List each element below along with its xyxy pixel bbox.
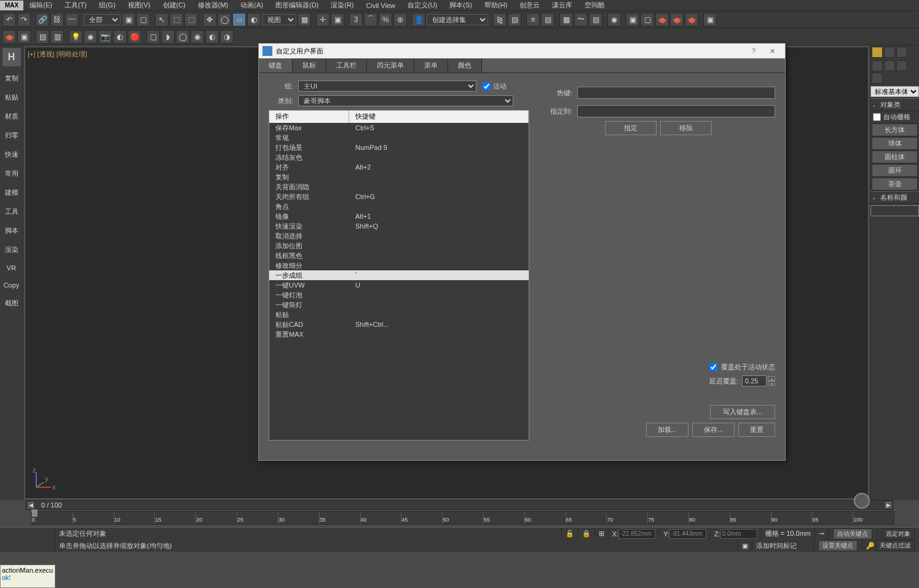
section-header-object-type[interactable]: -对象类 <box>870 98 919 111</box>
delay-input[interactable] <box>742 375 767 386</box>
sidebar-tools[interactable]: 工具 <box>0 202 23 221</box>
assign-button[interactable]: 指定 <box>605 121 657 135</box>
tool-icon[interactable]: ▣ <box>703 13 717 26</box>
menu-item[interactable]: 创建(C) <box>157 1 192 10</box>
motion-tab-icon[interactable] <box>872 73 883 84</box>
object-name-input[interactable] <box>870 205 919 216</box>
action-row[interactable]: 保存MaxCtrl+S <box>269 123 529 133</box>
tool-icon[interactable]: ◑ <box>220 30 234 44</box>
tool-icon[interactable]: ▣ <box>17 30 31 44</box>
tool-icon[interactable]: ◉ <box>191 30 204 44</box>
timeline[interactable]: 0510152025303540455055606570758085909510… <box>31 511 894 525</box>
tab-quad[interactable]: 四元菜单 <box>367 58 414 73</box>
sidebar-quick[interactable]: 快速 <box>0 145 23 164</box>
viewport-label[interactable]: [+] [透视] [明暗处理] <box>28 50 87 59</box>
sidebar-screenshot[interactable]: 截图 <box>0 294 23 313</box>
rotate-icon[interactable]: ◯ <box>218 13 231 26</box>
tool-icon[interactable]: ▤ <box>589 13 602 26</box>
sun-icon[interactable] <box>872 47 883 58</box>
selection-set-dropdown[interactable]: 创建选择集 <box>427 14 488 25</box>
menu-item[interactable]: 渲染(R) <box>325 1 360 10</box>
light-icon[interactable]: 💡 <box>69 30 82 44</box>
dialog-titlebar[interactable]: 自定义用户界面 ? ✕ <box>259 44 785 58</box>
tool-icon[interactable]: ✛ <box>316 13 329 26</box>
scroll-right-icon[interactable]: ▶ <box>884 501 893 509</box>
close-button[interactable]: ✕ <box>763 45 781 57</box>
load-button[interactable]: 加载... <box>646 423 688 437</box>
tool-icon[interactable]: ▦ <box>298 13 311 26</box>
sidebar-material[interactable]: 材质 <box>0 107 23 126</box>
menu-item[interactable]: 修改器(M) <box>192 1 235 10</box>
material-editor-icon[interactable]: ◉ <box>607 13 621 26</box>
action-row[interactable]: 线框黑色 <box>269 251 529 261</box>
sphere-button[interactable]: 球体 <box>872 137 918 150</box>
autogrid-checkbox[interactable] <box>873 113 881 121</box>
key-filter-button[interactable]: 关键点过滤 <box>875 540 915 551</box>
section-header-name-color[interactable]: -名称和颜 <box>870 191 919 204</box>
menu-item[interactable]: 组(G) <box>93 1 122 10</box>
tool-icon[interactable]: 👤 <box>412 13 425 26</box>
action-row[interactable]: 粘贴CADShift+Ctrl... <box>269 319 529 329</box>
menu-item[interactable]: 潇云库 <box>546 1 578 10</box>
tool-icon[interactable]: ▤ <box>541 13 554 26</box>
menu-item[interactable]: Civil View <box>360 2 401 9</box>
reset-button[interactable]: 重置 <box>738 423 775 437</box>
isolate-toggle-button[interactable] <box>854 493 870 509</box>
timeline-scrollbar[interactable]: ◀ 0 / 100 ▶ <box>26 500 893 510</box>
z-input[interactable] <box>720 529 757 539</box>
spinner-down-icon[interactable]: ▾ <box>768 381 775 386</box>
menu-item[interactable]: 图形编辑器(D) <box>269 1 325 10</box>
action-row[interactable]: 一键筒灯 <box>269 300 529 310</box>
teapot-icon[interactable]: 🫖 <box>685 13 698 26</box>
spinner-up-icon[interactable]: ▴ <box>768 376 775 381</box>
tool-icon[interactable]: ▤ <box>36 30 49 44</box>
tab-toolbar[interactable]: 工具栏 <box>326 58 367 73</box>
key-filter-icon[interactable]: 🔑 <box>866 542 875 550</box>
tool-icon[interactable]: ▣ <box>331 13 344 26</box>
remove-button[interactable]: 移除 <box>660 121 712 135</box>
key-mode-icon[interactable]: ⊸ <box>819 530 824 538</box>
lock-icon[interactable]: 🔓 <box>566 530 574 538</box>
logo-icon[interactable]: H <box>2 48 21 66</box>
y-input[interactable] <box>669 529 706 539</box>
set-key-button[interactable]: 设置关键点 <box>818 540 858 551</box>
sidebar-copy2[interactable]: Copy <box>0 276 23 294</box>
sidebar-model[interactable]: 建模 <box>0 183 23 202</box>
teapot-button[interactable]: 茶壶 <box>872 178 918 190</box>
scale-icon[interactable]: ▱ <box>232 13 246 26</box>
tool-icon[interactable]: ⊕ <box>393 13 407 26</box>
scroll-left-icon[interactable]: ◀ <box>26 501 35 509</box>
x-input[interactable] <box>618 529 655 539</box>
panel-icon[interactable] <box>896 47 907 58</box>
menu-item[interactable]: 视图(V) <box>122 1 157 10</box>
menu-item[interactable]: 创意云 <box>513 1 546 10</box>
col-action-header[interactable]: 操作 <box>269 111 349 123</box>
action-row[interactable]: 角点 <box>269 202 529 211</box>
undo-icon[interactable]: ↶ <box>2 13 16 26</box>
write-keyboard-button[interactable]: 写入键盘表... <box>710 405 775 419</box>
add-time-tag[interactable]: 添加时间标记 <box>752 539 814 552</box>
action-row[interactable]: 复制 <box>269 172 529 182</box>
tool-icon[interactable]: ◯ <box>176 30 189 44</box>
tool-icon[interactable]: ◉ <box>84 30 97 44</box>
teapot-render-icon[interactable]: 🫖 <box>670 13 684 26</box>
render-setup-icon[interactable]: ▣ <box>626 13 639 26</box>
redo-icon[interactable]: ↷ <box>17 13 31 26</box>
sidebar-common[interactable]: 常用 <box>0 164 23 183</box>
menu-item[interactable]: 空间酷 <box>578 1 611 10</box>
teapot-icon[interactable]: 🫖 <box>2 30 16 44</box>
bind-icon[interactable]: 〰 <box>65 13 79 26</box>
sidebar-script[interactable]: 脚本 <box>0 221 23 240</box>
action-row[interactable]: 关背面消隐 <box>269 182 529 192</box>
tool-icon[interactable]: ◐ <box>205 30 219 44</box>
hierarchy-tab-icon[interactable] <box>896 60 907 71</box>
menu-item[interactable]: 脚本(S) <box>443 1 478 10</box>
action-row[interactable]: 一步成组` <box>269 270 529 280</box>
align-icon[interactable]: ▤ <box>508 13 521 26</box>
action-row[interactable]: 镜像Alt+1 <box>269 211 529 221</box>
layer-icon[interactable]: ≡ <box>526 13 540 26</box>
tool-icon[interactable]: 🔴 <box>128 30 141 44</box>
tab-menu[interactable]: 菜单 <box>414 58 448 73</box>
action-row[interactable]: 冻结灰色 <box>269 152 529 162</box>
action-row[interactable]: 常规 <box>269 133 529 143</box>
